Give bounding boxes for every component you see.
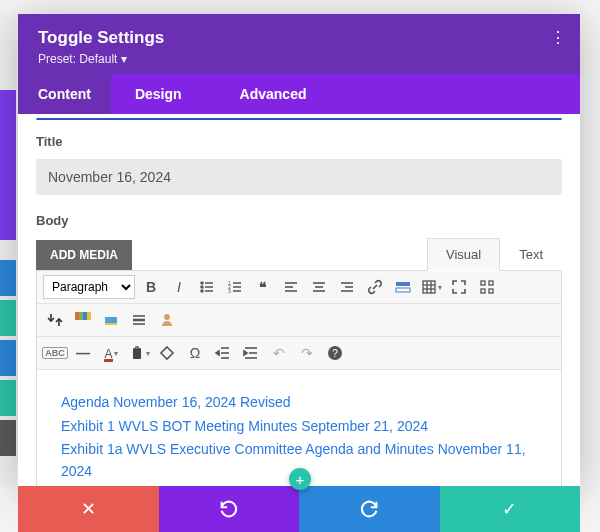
- add-media-button[interactable]: ADD MEDIA: [36, 240, 132, 270]
- settings-tabs: Content Design Advanced: [18, 74, 580, 114]
- svg-rect-33: [481, 289, 485, 293]
- header-actions: ⋮: [510, 28, 566, 47]
- title-input[interactable]: [36, 159, 562, 195]
- user-icon[interactable]: [155, 308, 179, 332]
- number-list-icon[interactable]: 123: [223, 275, 247, 299]
- text-tab[interactable]: Text: [500, 238, 562, 271]
- svg-rect-25: [396, 288, 410, 292]
- align-right-icon[interactable]: [335, 275, 359, 299]
- align-center-icon[interactable]: [307, 275, 331, 299]
- svg-rect-26: [423, 281, 435, 293]
- undo-icon[interactable]: ↶: [267, 341, 291, 365]
- section-divider: [36, 118, 562, 120]
- text-color-icon[interactable]: A: [99, 341, 123, 365]
- title-label: Title: [36, 134, 562, 149]
- text-direction-icon[interactable]: [43, 308, 67, 332]
- visual-tab[interactable]: Visual: [427, 238, 500, 271]
- align-left-icon[interactable]: [279, 275, 303, 299]
- toolbar-row-2: [37, 304, 561, 337]
- more-block-icon[interactable]: [391, 275, 415, 299]
- indent-icon[interactable]: [239, 341, 263, 365]
- modal-footer: ✕ ✓: [18, 486, 580, 532]
- svg-rect-24: [396, 282, 410, 286]
- svg-rect-32: [489, 281, 493, 285]
- redo-icon[interactable]: ↷: [295, 341, 319, 365]
- kebab-menu-icon[interactable]: ⋮: [550, 28, 566, 47]
- background-stripe: [0, 90, 16, 240]
- format-select[interactable]: Paragraph: [43, 275, 135, 299]
- tab-design[interactable]: Design: [115, 74, 202, 114]
- svg-point-40: [164, 314, 170, 320]
- strikethrough-icon[interactable]: ABC: [43, 341, 67, 365]
- background-stripe: [0, 300, 16, 336]
- modal-header: Toggle Settings Preset: Default ▾ ⋮: [18, 14, 580, 74]
- media-row: ADD MEDIA Visual Text: [36, 238, 562, 271]
- hr-icon[interactable]: [127, 308, 151, 332]
- hr-insert-icon[interactable]: —: [71, 341, 95, 365]
- italic-icon[interactable]: I: [167, 275, 191, 299]
- svg-rect-36: [105, 323, 117, 325]
- tab-content[interactable]: Content: [18, 74, 111, 114]
- color-palette-icon[interactable]: [71, 308, 95, 332]
- toolbar-row-3: ABC — A Ω ↶ ↷ ?: [37, 337, 561, 370]
- document-link[interactable]: Agenda November 16, 2024 Revised: [61, 392, 537, 414]
- background-stripe: [0, 340, 16, 376]
- body-label: Body: [36, 213, 562, 228]
- svg-rect-35: [105, 317, 117, 323]
- editor-mode-tabs: Visual Text: [427, 238, 562, 271]
- fullscreen-icon[interactable]: [447, 275, 471, 299]
- bullet-list-icon[interactable]: [195, 275, 219, 299]
- document-link[interactable]: Exhibit 1 WVLS BOT Meeting Minutes Septe…: [61, 416, 537, 438]
- background-stripe: [0, 380, 16, 416]
- background-stripe: [0, 420, 16, 456]
- svg-rect-41: [133, 348, 141, 359]
- tab-advanced[interactable]: Advanced: [220, 74, 327, 114]
- toolbar-row-1: Paragraph B I 123 ❝: [37, 271, 561, 304]
- save-button[interactable]: ✓: [440, 486, 581, 532]
- editor: Paragraph B I 123 ❝: [36, 270, 562, 486]
- svg-rect-31: [481, 281, 485, 285]
- paste-icon[interactable]: [127, 341, 151, 365]
- help-icon[interactable]: ?: [323, 341, 347, 365]
- special-char-icon[interactable]: Ω: [183, 341, 207, 365]
- modal-title: Toggle Settings: [38, 28, 560, 48]
- preset-dropdown[interactable]: Preset: Default ▾: [38, 52, 560, 66]
- blockquote-icon[interactable]: ❝: [251, 275, 275, 299]
- link-icon[interactable]: [363, 275, 387, 299]
- svg-text:?: ?: [332, 348, 338, 359]
- svg-point-3: [201, 282, 203, 284]
- svg-rect-34: [489, 289, 493, 293]
- svg-text:3: 3: [228, 288, 231, 294]
- svg-point-7: [201, 290, 203, 292]
- toolbar-toggle-icon[interactable]: [475, 275, 499, 299]
- svg-point-5: [201, 286, 203, 288]
- highlight-icon[interactable]: [99, 308, 123, 332]
- bold-icon[interactable]: B: [139, 275, 163, 299]
- background-stripe: [0, 260, 16, 296]
- outdent-icon[interactable]: [211, 341, 235, 365]
- clear-format-icon[interactable]: [155, 341, 179, 365]
- svg-rect-42: [135, 346, 139, 349]
- settings-modal: Toggle Settings Preset: Default ▾ ⋮ Cont…: [18, 14, 580, 486]
- undo-button[interactable]: [159, 486, 300, 532]
- add-module-button[interactable]: +: [289, 468, 311, 490]
- modal-body: Title Body ADD MEDIA Visual Text Paragra…: [18, 114, 580, 486]
- cancel-button[interactable]: ✕: [18, 486, 159, 532]
- table-icon[interactable]: [419, 275, 443, 299]
- redo-button[interactable]: [299, 486, 440, 532]
